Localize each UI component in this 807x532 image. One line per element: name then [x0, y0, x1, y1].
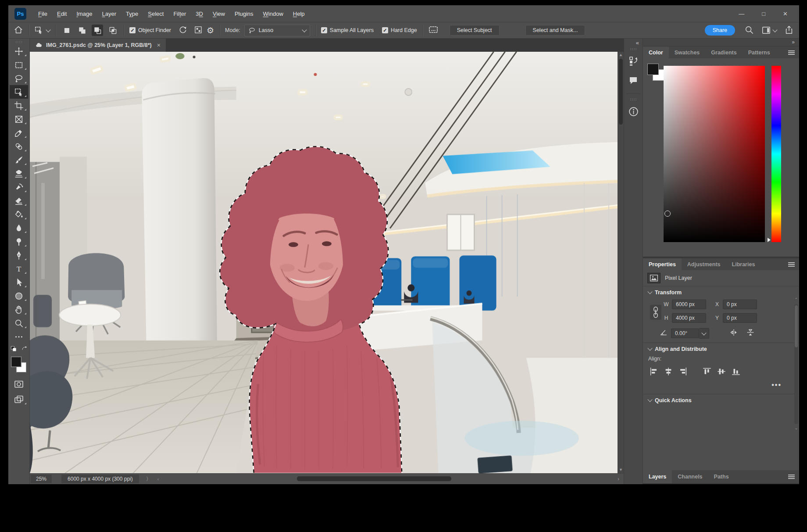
history-brush-tool[interactable]	[10, 180, 28, 194]
align-header[interactable]: Align and Distribute	[648, 346, 794, 352]
zoom-tool[interactable]	[10, 316, 28, 330]
panel-grip[interactable]	[630, 98, 637, 100]
scroll-up-icon[interactable]: ▲	[619, 53, 623, 57]
expand-panels-icon[interactable]: «	[636, 39, 643, 47]
home-icon[interactable]	[14, 25, 23, 36]
y-field[interactable]: 0 px	[723, 313, 757, 323]
panel-grip[interactable]	[15, 41, 22, 43]
minimize-button[interactable]: —	[739, 11, 744, 17]
scroll-right-icon[interactable]: ›	[618, 476, 619, 482]
transform-header[interactable]: Transform	[648, 289, 794, 296]
tab-adjustments[interactable]: Adjustments	[682, 258, 726, 270]
scroll-left-icon[interactable]: ‹	[157, 476, 159, 482]
menu-type[interactable]: Type	[126, 11, 138, 17]
blur-tool[interactable]	[10, 221, 28, 235]
feedback-icon[interactable]	[428, 25, 439, 36]
horizontal-scrollbar-thumb[interactable]	[297, 476, 451, 481]
export-icon[interactable]	[784, 25, 794, 36]
width-field[interactable]: 6000 px	[672, 300, 706, 309]
paint-bucket-tool[interactable]	[10, 207, 28, 221]
default-colors-icon[interactable]	[11, 346, 17, 353]
shape-tool[interactable]	[10, 289, 28, 303]
object-finder-toggle[interactable]: ✓ Object Finder	[129, 27, 171, 33]
x-field[interactable]: 0 px	[723, 300, 757, 309]
select-subject-button[interactable]: Select Subject	[450, 25, 500, 36]
menu-help[interactable]: Help	[293, 11, 305, 17]
object-selection-tool[interactable]	[10, 85, 28, 99]
scroll-down-icon[interactable]: ▼	[619, 468, 623, 472]
foreground-color-swatch[interactable]	[11, 357, 21, 367]
select-and-mask-button[interactable]: Select and Mask...	[525, 25, 586, 36]
height-field[interactable]: 4000 px	[672, 313, 706, 323]
path-selection-tool[interactable]	[10, 275, 28, 289]
show-all-objects-icon[interactable]	[194, 25, 203, 36]
crop-tool[interactable]	[10, 99, 28, 112]
align-left-icon[interactable]	[648, 366, 660, 377]
workspace-icon[interactable]	[761, 25, 777, 35]
panel-menu-icon[interactable]	[788, 470, 799, 483]
tab-channels[interactable]: Channels	[672, 470, 708, 483]
menu-edit[interactable]: Edit	[57, 11, 67, 17]
status-chevron-icon[interactable]: 〉	[146, 475, 151, 483]
menu-plugins[interactable]: Plugins	[235, 11, 254, 17]
add-selection-mode[interactable]	[76, 25, 88, 36]
subtract-selection-mode[interactable]	[92, 25, 103, 36]
mode-dropdown[interactable]: Lasso	[244, 25, 310, 36]
brush-tool[interactable]	[10, 153, 28, 167]
flip-horizontal-icon[interactable]	[729, 328, 738, 339]
link-dimensions-icon[interactable]	[648, 302, 663, 323]
menu-layer[interactable]: Layer	[102, 11, 117, 17]
scrollbar-thumb[interactable]	[795, 305, 798, 347]
tab-color[interactable]: Color	[643, 46, 669, 58]
panel-menu-icon[interactable]	[788, 46, 799, 58]
tool-preset-icon[interactable]	[34, 25, 50, 35]
quick-actions-header[interactable]: Quick Actions	[648, 397, 794, 403]
menu-3d[interactable]: 3D	[196, 11, 203, 17]
canvas-vertical-scrollbar[interactable]: ▲ ▼	[618, 52, 624, 473]
scroll-up-icon[interactable]: ⌃	[794, 297, 798, 302]
history-panel-icon[interactable]	[626, 54, 641, 68]
foreground-color-swatch[interactable]	[647, 64, 659, 75]
pen-tool[interactable]	[10, 248, 28, 262]
healing-brush-tool[interactable]	[10, 139, 28, 153]
align-right-icon[interactable]	[677, 366, 689, 377]
align-top-icon[interactable]	[701, 366, 713, 377]
edit-toolbar-ellipsis[interactable]	[10, 330, 28, 343]
tab-layers[interactable]: Layers	[643, 470, 672, 483]
rotation-field[interactable]: 0.00°	[671, 328, 709, 339]
zoom-level-field[interactable]: 25%	[31, 475, 52, 483]
align-more-button[interactable]: •••	[648, 377, 794, 390]
canvas-image[interactable]	[30, 52, 624, 473]
dodge-tool[interactable]	[10, 235, 28, 248]
properties-scrollbar[interactable]	[794, 304, 798, 424]
tab-libraries[interactable]: Libraries	[726, 258, 761, 270]
align-center-vertical-icon[interactable]	[716, 366, 727, 377]
foreground-background-swatches[interactable]	[11, 356, 27, 374]
menu-select[interactable]: Select	[148, 11, 164, 17]
canvas[interactable]: ▲ ▼	[30, 52, 624, 473]
align-center-horizontal-icon[interactable]	[663, 366, 674, 377]
hand-tool[interactable]	[10, 303, 28, 316]
menu-window[interactable]: Window	[263, 11, 283, 17]
panel-grip[interactable]	[630, 48, 637, 50]
refresh-icon[interactable]	[179, 25, 187, 36]
collapse-panels-icon[interactable]: »	[643, 39, 799, 46]
eraser-tool[interactable]	[10, 194, 28, 207]
menu-file[interactable]: File	[38, 11, 47, 17]
tab-gradients[interactable]: Gradients	[705, 46, 742, 58]
lasso-tool[interactable]	[10, 71, 28, 85]
sample-all-layers-toggle[interactable]: ✓ Sample All Layers	[321, 27, 374, 33]
document-tab[interactable]: IMG_2761.psdc @ 25% (Layer 1, RGB/8*) ×	[30, 39, 166, 52]
tab-paths[interactable]: Paths	[708, 470, 735, 483]
clone-stamp-tool[interactable]	[10, 167, 28, 180]
menu-filter[interactable]: Filter	[173, 11, 186, 17]
share-button[interactable]: Share	[705, 25, 735, 36]
close-button[interactable]: ✕	[783, 11, 788, 17]
rotation-value[interactable]: 0.00°	[671, 328, 699, 338]
intersect-selection-mode[interactable]	[107, 25, 118, 36]
close-tab-icon[interactable]: ×	[157, 42, 161, 49]
info-panel-icon[interactable]	[626, 104, 641, 119]
scrollbar-thumb[interactable]	[619, 59, 623, 125]
panel-menu-icon[interactable]	[788, 258, 799, 270]
type-tool[interactable]: T	[10, 262, 28, 275]
